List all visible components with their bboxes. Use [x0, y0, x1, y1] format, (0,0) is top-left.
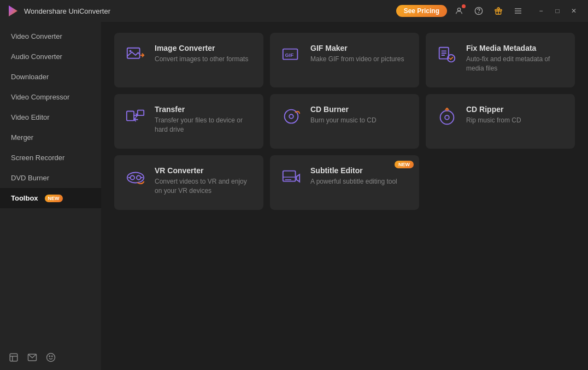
app-logo — [7, 4, 20, 17]
sidebar: Video Converter Audio Converter Download… — [0, 22, 101, 370]
window-controls: − □ ✕ — [533, 3, 581, 19]
tool-title: VR Converter — [155, 166, 254, 175]
tool-card-gif-maker[interactable]: GIF GIF Maker Make GIF from video or pic… — [270, 33, 419, 87]
svg-text:GIF: GIF — [285, 52, 294, 58]
sidebar-label: Toolbox — [11, 194, 38, 202]
tool-title: CD Ripper — [466, 105, 521, 114]
minimize-button[interactable]: − — [533, 3, 549, 19]
subtitle-new-badge: NEW — [395, 161, 414, 168]
tool-info: Fix Media Metadata Auto-fix and edit met… — [466, 44, 565, 73]
cd-burner-icon — [280, 105, 303, 128]
sidebar-item-downloader[interactable]: Downloader — [0, 67, 101, 87]
subtitle-editor-icon — [280, 166, 303, 189]
gift-icon[interactable] — [491, 3, 506, 19]
svg-point-27 — [445, 115, 449, 120]
tool-desc: Burn your music to CD — [310, 116, 377, 125]
sidebar-item-dvd-burner[interactable]: DVD Burner — [0, 168, 101, 188]
fix-metadata-icon — [436, 44, 458, 67]
sidebar-label: Downloader — [11, 73, 49, 81]
cd-ripper-icon — [436, 105, 458, 128]
tool-card-transfer[interactable]: Transfer Transfer your files to device o… — [114, 94, 263, 149]
close-button[interactable]: ✕ — [566, 3, 581, 19]
sidebar-item-video-converter[interactable]: Video Converter — [0, 26, 101, 46]
book-icon[interactable] — [9, 353, 19, 365]
svg-point-3 — [479, 13, 479, 13]
svg-marker-0 — [9, 5, 17, 16]
tools-grid: Image Converter Convert images to other … — [114, 33, 575, 210]
content-area: Image Converter Convert images to other … — [101, 22, 588, 370]
sidebar-bottom — [0, 347, 101, 370]
sidebar-item-merger[interactable]: Merger — [0, 127, 101, 148]
sidebar-label: Video Converter — [11, 32, 62, 40]
sidebar-item-toolbox[interactable]: Toolbox NEW — [0, 188, 101, 208]
svg-rect-22 — [127, 111, 134, 121]
svg-rect-23 — [138, 110, 144, 116]
mail-icon[interactable] — [27, 353, 37, 365]
sidebar-item-video-compressor[interactable]: Video Compressor — [0, 87, 101, 107]
svg-point-26 — [440, 111, 454, 125]
tool-title: Image Converter — [155, 44, 248, 52]
titlebar: Wondershare UniConverter See Pricing — [0, 0, 588, 22]
sidebar-label: Merger — [11, 133, 33, 142]
tool-title: GIF Maker — [310, 44, 404, 52]
tool-desc: A powerful subtitle editing tool — [310, 177, 397, 186]
sidebar-item-screen-recorder[interactable]: Screen Recorder — [0, 148, 101, 168]
svg-point-17 — [130, 50, 132, 52]
svg-rect-9 — [10, 354, 17, 361]
sidebar-label: DVD Burner — [11, 174, 49, 182]
gif-maker-icon: GIF — [280, 44, 303, 67]
tool-desc: Auto-fix and edit metadata of media file… — [466, 55, 565, 73]
menu-icon[interactable] — [510, 3, 526, 19]
help-icon[interactable] — [471, 3, 486, 19]
tool-info: Transfer Transfer your files to device o… — [155, 105, 254, 134]
maximize-button[interactable]: □ — [550, 3, 565, 19]
vr-converter-icon — [124, 166, 147, 189]
tool-title: Fix Media Metadata — [466, 44, 565, 52]
see-pricing-button[interactable]: See Pricing — [396, 5, 447, 17]
tool-info: Subtitle Editor A powerful subtitle edit… — [310, 166, 397, 186]
svg-point-1 — [457, 8, 460, 11]
tool-card-vr-converter[interactable]: VR Converter Convert videos to VR and en… — [114, 155, 263, 210]
tool-title: Transfer — [155, 105, 254, 114]
tool-card-cd-burner[interactable]: CD Burner Burn your music to CD — [270, 94, 419, 149]
titlebar-left: Wondershare UniConverter — [7, 4, 110, 17]
tool-title: CD Burner — [310, 105, 377, 114]
svg-point-25 — [289, 114, 293, 119]
feedback-icon[interactable] — [46, 353, 56, 365]
tool-info: GIF Maker Make GIF from video or picture… — [310, 44, 404, 64]
tool-card-image-converter[interactable]: Image Converter Convert images to other … — [114, 33, 263, 87]
svg-point-13 — [47, 354, 55, 362]
tool-title: Subtitle Editor — [310, 166, 397, 175]
app-title: Wondershare UniConverter — [24, 7, 110, 15]
svg-point-29 — [131, 175, 135, 180]
sidebar-item-video-editor[interactable]: Video Editor — [0, 107, 101, 127]
tool-desc: Make GIF from video or pictures — [310, 55, 404, 64]
tool-desc: Transfer your files to device or hard dr… — [155, 116, 254, 134]
main-layout: Video Converter Audio Converter Download… — [0, 22, 588, 370]
tool-desc: Convert videos to VR and enjoy on your V… — [155, 177, 254, 196]
tool-info: CD Burner Burn your music to CD — [310, 105, 377, 125]
tool-info: VR Converter Convert videos to VR and en… — [155, 166, 254, 196]
tool-info: CD Ripper Rip music from CD — [466, 105, 521, 125]
svg-point-30 — [137, 175, 141, 180]
sidebar-label: Video Editor — [11, 113, 50, 121]
tool-desc: Convert images to other formats — [155, 55, 248, 64]
sidebar-label: Screen Recorder — [11, 154, 64, 162]
tool-card-fix-media-metadata[interactable]: Fix Media Metadata Auto-fix and edit met… — [426, 33, 575, 87]
tool-desc: Rip music from CD — [466, 116, 521, 125]
toolbox-new-badge: NEW — [45, 195, 63, 202]
svg-point-15 — [52, 356, 53, 357]
sidebar-label: Video Compressor — [11, 93, 69, 101]
user-icon[interactable] — [451, 3, 467, 19]
sidebar-item-audio-converter[interactable]: Audio Converter — [0, 46, 101, 67]
user-badge — [462, 4, 466, 8]
transfer-icon — [124, 105, 147, 128]
sidebar-label: Audio Converter — [11, 52, 62, 61]
tool-card-cd-ripper[interactable]: CD Ripper Rip music from CD — [426, 94, 575, 149]
titlebar-right: See Pricing − □ ✕ — [396, 3, 581, 19]
tool-info: Image Converter Convert images to other … — [155, 44, 248, 64]
tool-card-subtitle-editor[interactable]: Subtitle Editor A powerful subtitle edit… — [270, 155, 419, 210]
image-converter-icon — [124, 44, 147, 67]
svg-point-14 — [49, 356, 50, 357]
